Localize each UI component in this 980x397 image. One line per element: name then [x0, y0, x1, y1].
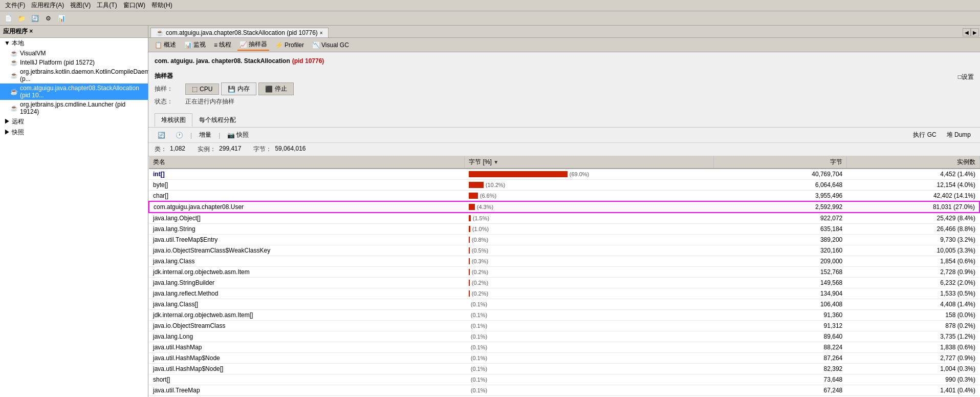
table-header-row: 类名 字节 [%] ▼ 字节 实例数	[149, 156, 979, 169]
stop-btn[interactable]: ⬛ 停止	[258, 82, 294, 95]
memory-btn[interactable]: 💾 内存	[221, 82, 256, 95]
sub-tab-visualgc[interactable]: 📉 Visual GC	[310, 40, 351, 50]
execute-gc-btn[interactable]: 执行 GC	[910, 130, 939, 140]
cell-bytes: 67,248	[714, 385, 847, 396]
cell-bytes: 73,648	[714, 374, 847, 385]
class-stat: 类： 1,082	[155, 145, 185, 154]
table-row[interactable]: java.lang.String (1.0%) 635,18426,466 (8…	[149, 224, 979, 235]
menu-file[interactable]: 文件(F)	[2, 0, 28, 11]
delta-btn[interactable]: 增量	[196, 130, 214, 140]
table-row[interactable]: java.io.ObjectStreamClass$WeakClassKey (…	[149, 245, 979, 256]
table-row[interactable]: java.util.HashMap$Node (0.1%) 87,2642,72…	[149, 353, 979, 364]
tab-bar: ☕ com.atguigu.java.chapter08.StackAlloca…	[148, 26, 980, 38]
cell-bar: (1.0%)	[465, 224, 714, 235]
col-header-bytes[interactable]: 字节	[714, 156, 847, 169]
cell-bytes: 40,769,704	[714, 169, 847, 180]
table-row[interactable]: java.util.TreeMap$Entry (0.8%) 389,2009,…	[149, 235, 979, 245]
main-layout: 应用程序 × ▼ 本地☕VisualVM☕IntelliJ Platform (…	[0, 26, 980, 397]
sub-tab-overview[interactable]: 📋 概述	[153, 39, 178, 50]
table-row[interactable]: java.util.TreeMap (0.1%) 67,2481,401 (0.…	[149, 385, 979, 396]
cell-instances: 990 (0.3%)	[846, 374, 979, 385]
cell-bytes: 389,200	[714, 235, 847, 245]
col-header-instances[interactable]: 实例数	[846, 156, 979, 169]
cell-instances: 1,401 (0.4%)	[846, 385, 979, 396]
sidebar-item-local[interactable]: ▼ 本地	[0, 38, 148, 49]
overview-icon: 📋	[155, 41, 162, 49]
visualgc-icon: 📉	[312, 41, 320, 49]
sampler-controls: 抽样： ⬚ CPU 💾 内存 ⬛ 停止	[155, 82, 974, 95]
cell-classname: java.util.TreeMap$Entry	[149, 235, 465, 245]
tab-close-btn[interactable]: ×	[320, 30, 323, 36]
sidebar-item-stackalloc[interactable]: ☕com.atguigu.java.chapter08.StackAllocat…	[0, 83, 148, 100]
col-header-bytes-pct[interactable]: 字节 [%] ▼	[465, 156, 714, 169]
sidebar-item-snapshot[interactable]: ▶ 快照	[0, 127, 148, 138]
sidebar-item-intellij[interactable]: ☕IntelliJ Platform (pid 15272)	[0, 58, 148, 67]
sub-tab-profiler[interactable]: ⚡ Profiler	[273, 40, 306, 50]
snapshot-btn[interactable]: 📷 快照	[224, 130, 252, 140]
table-row[interactable]: byte[] (10.2%) 6,064,64812,154 (4.0%)	[149, 180, 979, 191]
sidebar-item-visualvm[interactable]: ☕VisualVM	[0, 49, 148, 58]
tab-heap-histogram[interactable]: 堆栈状图	[155, 113, 192, 127]
table-row[interactable]: java.lang.Class (0.3%) 209,0001,854 (0.6…	[149, 256, 979, 267]
heap-dump-btn[interactable]: 堆 Dump	[944, 130, 974, 140]
cell-bytes: 209,000	[714, 256, 847, 267]
class-value: 1,082	[170, 145, 185, 154]
sub-tab-sampler[interactable]: 📈 抽样器	[237, 39, 269, 51]
status-row: 状态： 正在进行内存抽样	[155, 97, 974, 106]
cell-bytes: 91,312	[714, 321, 847, 331]
table-row[interactable]: int[] (69.0%) 40,769,7044,452 (1.4%)	[149, 169, 979, 180]
sidebar-item-launcher[interactable]: ☕org.jetbrains.jps.cmdline.Launcher (pid…	[0, 100, 148, 116]
history-btn[interactable]: 🕐	[172, 131, 186, 140]
table-row[interactable]: jdk.internal.org.objectweb.asm.Item (0.2…	[149, 267, 979, 278]
col-header-classname[interactable]: 类名	[149, 156, 465, 169]
cpu-icon: ⬚	[192, 86, 198, 93]
table-row[interactable]: char[] (6.6%) 3,955,49642,402 (14.1%)	[149, 191, 979, 202]
settings-checkbox[interactable]: □设置	[958, 73, 974, 81]
sub-tab-monitor[interactable]: 📊 监视	[182, 39, 208, 50]
toolbar-refresh[interactable]: 🔄	[29, 12, 41, 25]
sub-tab-threads[interactable]: ≡ 线程	[212, 39, 233, 50]
menu-tools[interactable]: 工具(T)	[94, 0, 120, 11]
sidebar-item-remote[interactable]: ▶ 远程	[0, 116, 148, 127]
cell-classname: java.util.TreeMap	[149, 385, 465, 396]
cpu-btn[interactable]: ⬚ CPU	[185, 83, 219, 95]
table-row[interactable]: short[] (0.1%) 73,648990 (0.3%)	[149, 374, 979, 385]
table-row[interactable]: java.lang.Class[] (0.1%) 106,4084,408 (1…	[149, 299, 979, 310]
overview-label: 概述	[164, 40, 176, 49]
tab-per-thread[interactable]: 每个线程分配	[192, 113, 243, 127]
table-row[interactable]: java.io.ObjectStreamClass (0.1%) 91,3128…	[149, 321, 979, 331]
menu-view[interactable]: 视图(V)	[67, 0, 94, 11]
table-row[interactable]: java.util.HashMap$Node[] (0.1%) 82,3921,…	[149, 364, 979, 374]
profiler-label: Profiler	[285, 41, 304, 49]
cell-bytes: 82,392	[714, 364, 847, 374]
cell-bytes: 106,408	[714, 299, 847, 310]
table-row[interactable]: java.lang.Long (0.1%) 89,6403,735 (1.2%)	[149, 331, 979, 342]
sidebar-item-kotlin[interactable]: ☕org.jetbrains.kotlin.daemon.KotlinCompi…	[0, 67, 148, 83]
toolbar-settings[interactable]: ⚙	[42, 12, 54, 25]
menu-apps[interactable]: 应用程序(A)	[28, 0, 67, 11]
menu-window[interactable]: 窗口(W)	[120, 0, 148, 11]
cell-bar: (0.1%)	[465, 353, 714, 364]
cell-bar: (0.1%)	[465, 310, 714, 321]
table-row[interactable]: java.util.HashMap (0.1%) 88,2241,838 (0.…	[149, 342, 979, 353]
table-row[interactable]: java.lang.reflect.Method (0.2%) 134,9041…	[149, 288, 979, 299]
tree-icon: ☕	[10, 105, 18, 112]
menu-bar: 文件(F) 应用程序(A) 视图(V) 工具(T) 窗口(W) 帮助(H)	[0, 0, 980, 11]
toolbar-open[interactable]: 📁	[15, 12, 28, 25]
nav-left[interactable]: ◀	[963, 28, 971, 36]
menu-help[interactable]: 帮助(H)	[148, 0, 176, 11]
table-row[interactable]: jdk.internal.org.objectweb.asm.Item[] (0…	[149, 310, 979, 321]
cell-instances: 12,154 (4.0%)	[846, 180, 979, 191]
table-row[interactable]: com.atguigu.java.chapter08.User (4.3%) 2…	[149, 201, 979, 213]
cell-bytes: 89,640	[714, 331, 847, 342]
refresh-btn[interactable]: 🔄	[155, 131, 168, 140]
cell-instances: 158 (0.0%)	[846, 310, 979, 321]
nav-right[interactable]: ▶	[971, 28, 979, 36]
table-row[interactable]: java.lang.Object[] (1.5%) 922,07225,429 …	[149, 213, 979, 224]
cell-classname: java.lang.StringBuilder	[149, 278, 465, 288]
cell-bar: (0.1%)	[465, 299, 714, 310]
toolbar-new[interactable]: 📄	[2, 12, 14, 25]
main-tab[interactable]: ☕ com.atguigu.java.chapter08.StackAlloca…	[150, 28, 329, 37]
table-row[interactable]: java.lang.StringBuilder (0.2%) 149,5686,…	[149, 278, 979, 288]
toolbar-extra[interactable]: 📊	[55, 12, 68, 25]
